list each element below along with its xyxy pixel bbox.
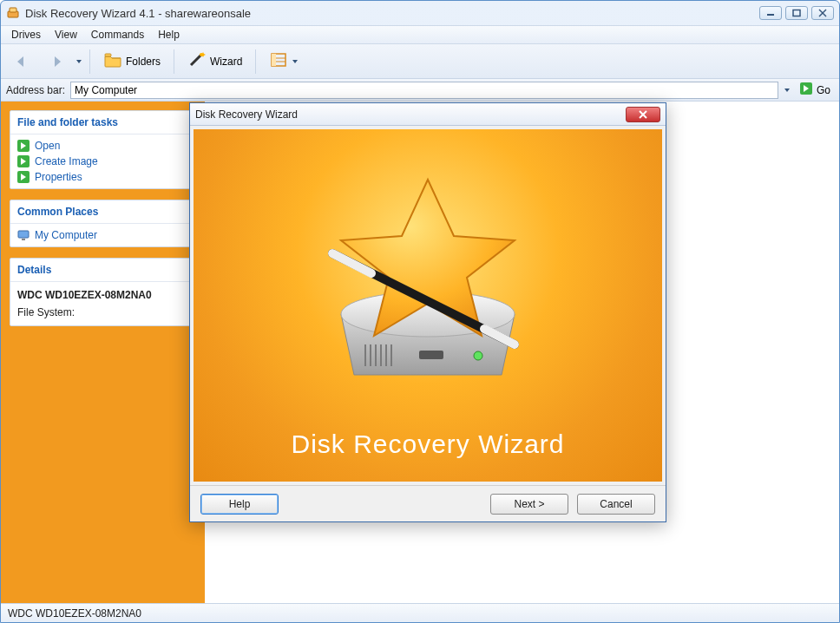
next-button[interactable]: Next > [490,494,568,515]
view-mode-button[interactable] [263,49,305,75]
task-create-image[interactable]: Create Image [17,155,188,167]
folders-icon [103,51,122,71]
computer-icon [17,229,30,241]
details-title: Details [10,259,195,282]
maximize-button[interactable] [785,6,808,20]
app-icon [6,6,20,20]
hero-illustration [194,129,662,430]
arrow-right-icon [17,140,30,152]
menubar: Drives View Commands Help [1,25,839,44]
details-panel: Details WDC WD10EZEX-08M2NA0 File System… [10,258,196,326]
place-my-computer[interactable]: My Computer [17,229,188,241]
file-tasks-title: File and folder tasks [10,111,195,134]
cancel-label: Cancel [600,498,632,510]
app-window: Disk Recovery Wizard 4.1 - sharewareonsa… [0,0,840,623]
wizard-dialog: Disk Recovery Wizard [189,102,666,522]
address-dropdown[interactable] [784,84,791,96]
window-title: Disk Recovery Wizard 4.1 - sharewareonsa… [25,7,756,20]
history-dropdown[interactable] [75,56,82,68]
menu-drives[interactable]: Drives [6,27,46,43]
toolbar: Folders Wizard [1,44,839,79]
arrow-right-icon [17,155,30,167]
folders-label: Folders [126,56,161,68]
close-button[interactable] [811,6,834,20]
toolbar-separator [255,49,256,74]
details-fs-label: File System: [17,306,75,318]
help-button[interactable]: Help [200,494,279,515]
task-properties[interactable]: Properties [17,171,188,183]
sidebar: File and folder tasks Open Create Image … [1,102,205,603]
file-tasks-panel: File and folder tasks Open Create Image … [10,110,196,189]
titlebar[interactable]: Disk Recovery Wizard 4.1 - sharewareonsa… [1,1,839,25]
back-button[interactable] [6,49,37,75]
task-label: Open [35,140,60,152]
dialog-heading: Disk Recovery Wizard [291,430,564,459]
svg-point-29 [474,351,482,360]
help-label: Help [229,498,251,510]
svg-rect-12 [272,54,276,66]
dialog-close-button[interactable] [626,107,660,122]
go-label: Go [817,84,830,96]
wand-icon [187,51,207,71]
svg-rect-1 [10,8,16,12]
arrow-right-icon [17,171,30,183]
go-button[interactable]: Go [796,81,834,100]
folders-button[interactable]: Folders [97,49,167,75]
toolbar-separator [89,49,90,74]
dialog-button-row: Help Next > Cancel [190,485,666,521]
statusbar: WDC WD10EZEX-08M2NA0 [1,603,839,622]
svg-rect-18 [22,239,25,240]
dialog-titlebar[interactable]: Disk Recovery Wizard [190,103,666,126]
details-device-name: WDC WD10EZEX-08M2NA0 [17,289,188,301]
menu-help[interactable]: Help [153,27,185,43]
common-places-title: Common Places [10,200,195,224]
common-places-panel: Common Places My Computer [10,200,196,247]
forward-button[interactable] [41,49,72,75]
next-label: Next > [514,498,544,510]
wizard-label: Wizard [210,56,242,68]
view-icon [269,51,288,71]
svg-line-7 [191,55,201,65]
task-open[interactable]: Open [17,140,188,152]
svg-rect-3 [793,10,800,16]
go-arrow-icon [799,82,813,98]
svg-rect-6 [105,54,111,56]
statusbar-text: WDC WD10EZEX-08M2NA0 [8,607,141,620]
task-label: Create Image [35,155,98,167]
addressbar: Address bar: Go [1,79,839,102]
cancel-button[interactable]: Cancel [577,494,655,515]
svg-rect-28 [419,351,443,359]
minimize-button[interactable] [759,6,782,20]
dialog-title: Disk Recovery Wizard [195,108,626,121]
toolbar-separator [174,49,174,74]
menu-view[interactable]: View [49,27,82,43]
wizard-button[interactable]: Wizard [181,49,248,75]
addressbar-label: Address bar: [6,84,65,96]
svg-rect-17 [18,231,29,238]
dialog-body: Disk Recovery Wizard [194,129,662,482]
task-label: Properties [35,171,82,183]
place-label: My Computer [35,229,97,241]
menu-commands[interactable]: Commands [86,27,149,43]
address-input[interactable] [70,82,778,99]
